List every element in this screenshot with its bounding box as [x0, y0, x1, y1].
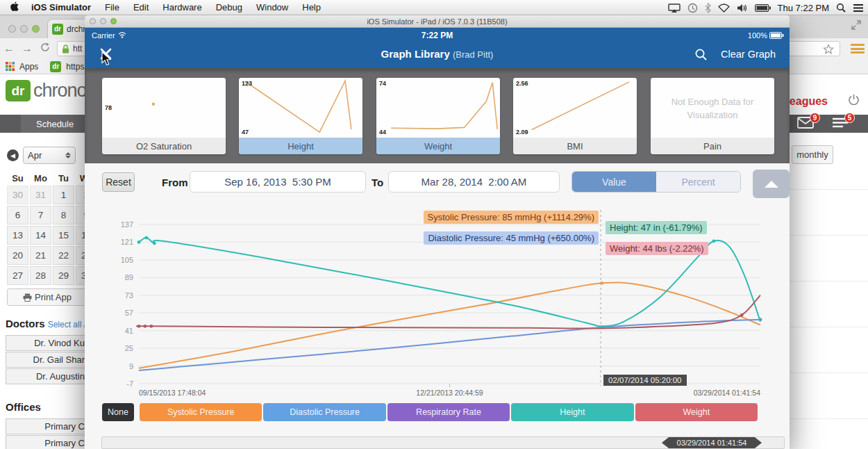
expand-icon[interactable] — [851, 20, 861, 33]
thumbnail-weight[interactable]: 7444 Weight — [376, 78, 500, 154]
lock-icon — [62, 44, 69, 54]
tasks-icon[interactable]: 5 — [832, 117, 849, 131]
calendar-day[interactable]: 31 — [30, 186, 51, 204]
browser-menu-icon[interactable] — [851, 44, 865, 56]
legend-weight[interactable]: Weight — [635, 403, 758, 421]
airplay-icon[interactable] — [668, 3, 681, 13]
thumbnail-label: BMI — [513, 138, 637, 154]
calendar-day[interactable]: 27 — [7, 266, 28, 285]
reload-button[interactable] — [36, 42, 54, 55]
menu-item-app[interactable]: iOS Simulator — [24, 2, 98, 13]
ipad-nav-bar: Graph Library (Brad Pitt) Clear Graph — [85, 42, 790, 68]
calendar-day[interactable]: 15 — [53, 226, 74, 245]
calendar-day[interactable]: 29 — [53, 266, 74, 285]
print-appointments-button[interactable]: Print App — [7, 288, 87, 306]
doctor-item[interactable]: Dr. Augustin — [6, 368, 87, 384]
drchrono-logo-icon: dr — [6, 80, 31, 101]
legend-respiratory-rate[interactable]: Respiratory Rate — [387, 403, 510, 421]
select-all-link[interactable]: Select all / — [48, 320, 86, 329]
calendar-day[interactable]: 21 — [30, 246, 51, 265]
segment-value[interactable]: Value — [572, 172, 656, 192]
battery-icon[interactable] — [755, 4, 771, 12]
svg-text:57: 57 — [125, 309, 133, 317]
legend-height[interactable]: Height — [511, 403, 633, 421]
tab-schedule[interactable]: Schedule — [21, 115, 89, 133]
calendar-day[interactable]: 20 — [7, 246, 28, 265]
reset-button[interactable]: Reset — [102, 172, 135, 192]
timeline-slider[interactable]: 03/29/2014 01:41:54 — [101, 436, 785, 449]
legend-none[interactable]: None — [102, 403, 134, 421]
collapse-panel-button[interactable] — [753, 170, 790, 198]
month-select[interactable]: Apr — [23, 147, 76, 164]
calendar-day[interactable]: 13 — [7, 226, 28, 245]
mac-menu-bar: iOS Simulator File Edit Hardware Debug W… — [0, 0, 868, 15]
menu-item-edit[interactable]: Edit — [126, 2, 156, 13]
menu-item-debug[interactable]: Debug — [209, 2, 249, 13]
spotlight-icon[interactable] — [836, 3, 846, 13]
svg-text:137: 137 — [121, 220, 133, 229]
doctor-item[interactable]: Dr. Gail Shar — [6, 352, 87, 368]
page-title: Graph Library (Brad Pitt) — [85, 48, 790, 60]
calendar-day-header: Su — [7, 172, 28, 184]
calendar-day-header: Tu — [53, 172, 74, 184]
back-button[interactable]: ← — [0, 42, 18, 55]
to-date-field[interactable]: Mar 28, 2014 2:00 AM — [388, 171, 560, 193]
volume-icon[interactable] — [737, 3, 748, 13]
colleagues-link[interactable]: leagues — [786, 95, 828, 108]
svg-text:105: 105 — [121, 256, 133, 264]
tooltip-weight: Weight: 44 lbs (-2.22%) — [606, 242, 708, 255]
timeline-end-tag[interactable]: 03/29/2014 01:41:54 — [662, 437, 762, 448]
doctor-item[interactable]: Dr. Vinod Ku — [6, 335, 87, 351]
monthly-view-button[interactable]: monthly — [792, 145, 833, 164]
select-stepper-icon — [65, 152, 71, 158]
thumbnail-strip: 78 O2 Saturation 12347 Height 7444 Weigh… — [85, 68, 790, 163]
legend-diastolic-pressure[interactable]: Diastolic Pressure — [263, 403, 385, 421]
thumbnail-height[interactable]: 12347 Height — [239, 78, 362, 154]
calendar-prev-button[interactable]: ◀ — [7, 149, 19, 161]
bookmark-star-icon[interactable] — [823, 44, 834, 57]
tasks-badge: 5 — [844, 113, 855, 123]
calendar-day[interactable]: 28 — [30, 266, 51, 285]
office-item[interactable]: Primary C — [6, 435, 87, 449]
tooltip-height: Height: 47 in (-61.79%) — [606, 221, 707, 234]
apps-bookmark[interactable]: Apps — [19, 62, 38, 72]
menu-item-window[interactable]: Window — [249, 2, 295, 13]
menu-item-hardware[interactable]: Hardware — [156, 2, 208, 13]
calendar-day[interactable]: 8 — [53, 206, 74, 224]
apple-icon[interactable] — [0, 1, 24, 14]
calendar-day[interactable]: 30 — [7, 186, 28, 204]
calendar-day[interactable]: 22 — [53, 246, 74, 265]
value-percent-segmented-control: Value Percent — [571, 171, 741, 193]
calendar-day[interactable]: 6 — [7, 206, 28, 224]
notification-center-icon[interactable] — [853, 3, 864, 13]
forward-button[interactable]: → — [18, 42, 36, 55]
calendar-day[interactable]: 14 — [30, 226, 51, 245]
battery-percent: 100% — [748, 31, 767, 40]
thumbnail-bmi[interactable]: 2.562.09 BMI — [513, 78, 637, 154]
from-date-field[interactable]: Sep 16, 2013 5:30 PM — [190, 171, 366, 193]
apps-grid-icon[interactable] — [6, 62, 15, 71]
menu-item-file[interactable]: File — [98, 2, 126, 13]
wifi-icon[interactable] — [718, 3, 730, 13]
browser-traffic-lights[interactable] — [8, 23, 44, 35]
svg-text:03/29/2014 01:41:54: 03/29/2014 01:41:54 — [694, 389, 761, 397]
empty-data-text: Not Enough Data for Visualization — [651, 96, 774, 122]
thumbnail-o2-saturation[interactable]: 78 O2 Saturation — [102, 78, 226, 154]
menu-item-help[interactable]: Help — [295, 2, 328, 13]
logout-power-icon[interactable] — [848, 94, 860, 108]
url-text: htt — [73, 44, 82, 54]
status-time: 7:22 PM — [85, 31, 790, 40]
simulator-title-bar[interactable]: iOS Simulator - iPad / iOS 7.0.3 (11B508… — [85, 15, 790, 28]
clear-graph-button[interactable]: Clear Graph — [721, 49, 776, 60]
calendar-day[interactable]: 1 — [53, 186, 74, 204]
thumbnail-pain[interactable]: Not Enough Data for Visualization Pain — [651, 78, 774, 154]
time-machine-icon[interactable] — [687, 3, 698, 13]
legend-systolic-pressure[interactable]: Systolic Pressure — [140, 403, 262, 421]
messages-icon[interactable]: 9 — [797, 117, 814, 131]
calendar-day[interactable]: 7 — [30, 206, 51, 224]
bluetooth-icon[interactable] — [705, 3, 711, 13]
search-icon[interactable] — [694, 48, 708, 64]
office-item[interactable]: Primary C — [6, 418, 87, 434]
segment-percent[interactable]: Percent — [656, 172, 740, 192]
menu-clock[interactable]: Thu 7:22 PM — [778, 3, 829, 13]
